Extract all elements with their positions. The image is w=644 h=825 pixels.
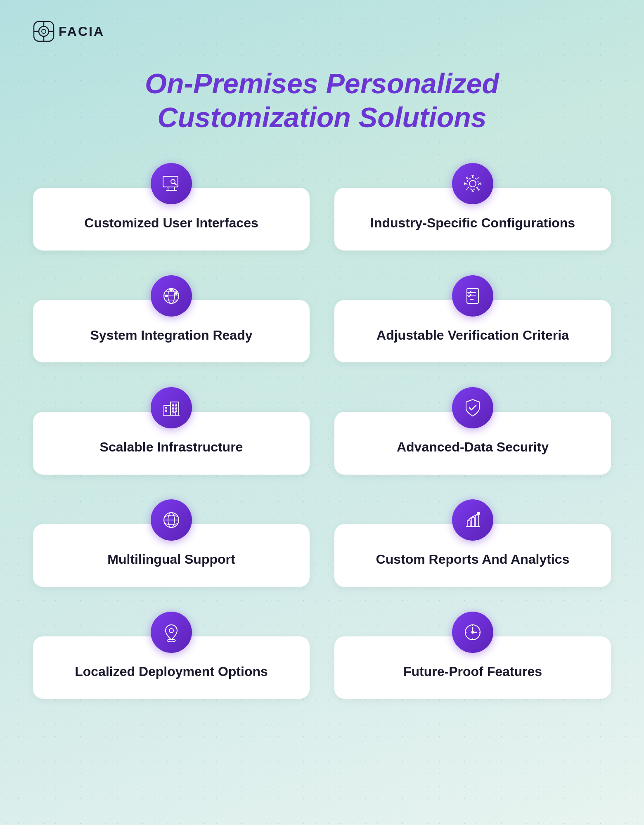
icon-container-advanced-data-security — [452, 387, 493, 428]
page-title: On-Premises Personalized Customization S… — [33, 67, 611, 134]
icon-container-scalable-infrastructure — [151, 387, 192, 428]
icon-container-localized-deployment-options — [151, 612, 192, 653]
svg-rect-31 — [165, 410, 167, 412]
svg-rect-36 — [172, 410, 174, 411]
card-label-advanced-data-security: Advanced-Data Security — [397, 440, 549, 454]
svg-rect-32 — [172, 404, 174, 406]
svg-point-2 — [42, 29, 46, 33]
card-label-scalable-infrastructure: Scalable Infrastructure — [100, 440, 243, 454]
svg-point-22 — [175, 292, 178, 294]
logo: FACIA — [33, 21, 611, 42]
card-localized-deployment-options: Localized Deployment Options — [33, 612, 310, 699]
card-future-proof-features: Future-Proof Features — [334, 612, 611, 699]
logo-text: FACIA — [59, 24, 104, 39]
svg-rect-46 — [476, 515, 478, 527]
cards-grid: Customized User Interfaces — [33, 163, 611, 699]
icon-container-future-proof-features — [452, 612, 493, 653]
monitor-search-icon — [161, 173, 182, 194]
page-title-section: On-Premises Personalized Customization S… — [33, 67, 611, 134]
icon-container-customized-user-interfaces — [151, 163, 192, 204]
shield-check-icon — [462, 397, 483, 418]
clock-icon — [462, 622, 483, 643]
card-multilingual-support: Multilingual Support — [33, 499, 310, 587]
svg-point-13 — [469, 180, 476, 187]
globe-icon — [161, 509, 182, 531]
svg-rect-30 — [165, 407, 167, 409]
svg-point-1 — [39, 26, 49, 36]
svg-line-12 — [175, 183, 176, 185]
svg-rect-37 — [175, 410, 177, 411]
svg-point-48 — [169, 629, 173, 633]
card-scalable-infrastructure: Scalable Infrastructure — [33, 387, 310, 475]
card-industry-specific-configurations: Industry-Specific Configurations — [334, 163, 611, 251]
map-pin-icon — [161, 622, 182, 643]
card-label-adjustable-verification-criteria: Adjustable Verification Criteria — [376, 328, 569, 343]
svg-rect-35 — [175, 407, 177, 409]
svg-rect-34 — [172, 407, 174, 409]
card-label-localized-deployment-options: Localized Deployment Options — [75, 664, 268, 679]
card-system-integration-ready: System Integration Ready — [33, 275, 310, 363]
gear-icon — [462, 173, 483, 194]
page-container: FACIA On-Premises Personalized Customiza… — [0, 0, 644, 732]
globe-network-icon — [161, 285, 182, 307]
icon-container-system-integration-ready — [151, 275, 192, 317]
card-label-customized-user-interfaces: Customized User Interfaces — [84, 215, 258, 230]
card-custom-reports-analytics: Custom Reports And Analytics — [334, 499, 611, 587]
icon-container-custom-reports-analytics — [452, 499, 493, 541]
card-label-custom-reports-analytics: Custom Reports And Analytics — [376, 552, 570, 567]
svg-rect-33 — [175, 404, 177, 406]
svg-point-21 — [166, 295, 168, 297]
card-advanced-data-security: Advanced-Data Security — [334, 387, 611, 475]
icon-container-adjustable-verification-criteria — [452, 275, 493, 317]
svg-point-20 — [170, 289, 173, 291]
card-label-multilingual-support: Multilingual Support — [107, 552, 235, 567]
card-customized-user-interfaces: Customized User Interfaces — [33, 163, 310, 251]
icon-container-multilingual-support — [151, 499, 192, 541]
buildings-icon — [161, 397, 182, 418]
checklist-icon — [462, 285, 483, 307]
svg-rect-45 — [471, 518, 474, 527]
chart-bar-icon — [462, 509, 483, 531]
svg-rect-28 — [170, 402, 179, 415]
card-label-industry-specific-configurations: Industry-Specific Configurations — [370, 215, 575, 230]
card-label-future-proof-features: Future-Proof Features — [403, 664, 542, 679]
svg-point-47 — [477, 512, 480, 515]
facia-logo-icon — [33, 21, 54, 42]
svg-point-53 — [472, 631, 474, 633]
card-label-system-integration-ready: System Integration Ready — [90, 328, 253, 343]
icon-container-industry-specific-configurations — [452, 163, 493, 204]
card-adjustable-verification-criteria: Adjustable Verification Criteria — [334, 275, 611, 363]
svg-rect-44 — [467, 521, 470, 527]
